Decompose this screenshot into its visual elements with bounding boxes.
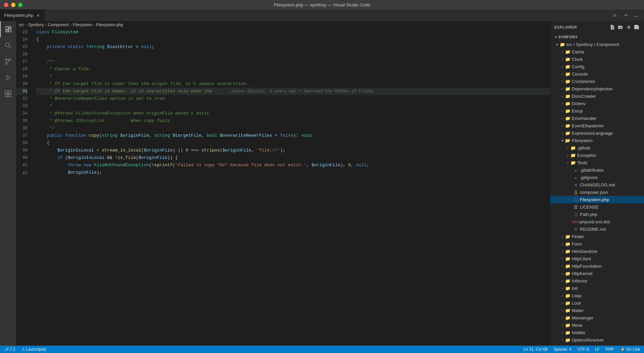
new-folder-button[interactable]	[617, 24, 624, 31]
search-icon[interactable]	[0, 37, 16, 53]
folder-icon-notifier: 📁	[565, 330, 570, 335]
tree-item-phpunit[interactable]: › ≺/≻ phpunit.xml.dist	[550, 218, 644, 225]
encoding-status[interactable]: UTF-8	[576, 346, 590, 353]
folder-icon-httpclient: 📁	[565, 256, 570, 261]
window-title: Filesystem.php — symfony — Visual Studio…	[274, 2, 370, 7]
tree-item-cache[interactable]: › 📁 Cache	[550, 48, 644, 55]
language-status[interactable]: PHP	[604, 346, 615, 353]
tree-item-emoji[interactable]: › 📁 Emoji	[550, 107, 644, 115]
code-line: * Copies a file.	[36, 65, 550, 73]
tree-item-intl[interactable]: › 📁 Intl	[550, 284, 644, 292]
tree-item-tests[interactable]: › 📁 Tests	[550, 159, 644, 166]
tree-item-composer[interactable]: › {} composer.json	[550, 188, 644, 196]
tree-item-lock[interactable]: › 📁 Lock	[550, 299, 644, 307]
tree-item-config[interactable]: › 📁 Config	[550, 63, 644, 70]
folder-icon-src: 📁	[560, 42, 565, 47]
cursor-position-status[interactable]: Ln 31, Col 68	[522, 346, 549, 353]
tree-item-finder[interactable]: › 📁 Finder	[550, 233, 644, 240]
tree-section-symfony[interactable]: ▾ SYMFONY	[550, 33, 644, 41]
run-button[interactable]: ▷	[610, 10, 620, 20]
svg-rect-12	[8, 91, 11, 93]
breadcrumb-component[interactable]: Component	[48, 23, 69, 27]
tree-item-gitignore[interactable]: › ⬥ .gitignore	[550, 174, 644, 181]
tree-arrow-symfony: ▾	[553, 33, 558, 41]
svg-rect-3	[6, 30, 8, 32]
tree-item-readme[interactable]: › ≡ README.md	[550, 225, 644, 233]
tree-item-inflector[interactable]: › 📁 Inflector	[550, 277, 644, 284]
tree-item-eventdispatcher[interactable]: › 📁 EventDispatcher	[550, 122, 644, 129]
tree-item-src[interactable]: ▾ 📁 src / Symfony / Component	[550, 41, 644, 48]
breadcrumb-filesystem-folder[interactable]: Filesystem	[73, 23, 92, 27]
tree-label-gitignore: .gitignore	[580, 175, 598, 180]
tree-item-filesystem-folder[interactable]: ▾ 📂 Filesystem	[550, 137, 644, 144]
tree-item-license[interactable]: › ☰ LICENSE	[550, 203, 644, 211]
tree-item-htmlsanitizer[interactable]: › 📁 HtmlSanitizer	[550, 248, 644, 255]
tree-item-messenger[interactable]: › 📁 Messenger	[550, 314, 644, 321]
tree-label-clock: Clock	[572, 57, 583, 62]
split-editor-button[interactable]: ⋯	[621, 10, 631, 20]
minimize-button[interactable]	[11, 3, 15, 7]
tree-label-dotenv: Dotenv	[572, 101, 586, 106]
folder-icon-intl: 📁	[565, 285, 570, 291]
tree-item-filesystem-php[interactable]: › ⬡ Filesystem.php	[550, 196, 644, 203]
language-label: PHP	[606, 347, 614, 352]
tree-item-httpkernel[interactable]: › 📁 HttpKernel	[550, 270, 644, 277]
extensions-icon[interactable]	[0, 86, 16, 102]
tree-label-composer: composer.json	[580, 190, 608, 195]
breadcrumb-symfony[interactable]: Symfony	[28, 23, 44, 27]
tree-item-github[interactable]: › 📁 .github	[550, 144, 644, 151]
tree-item-path-php[interactable]: › ⬡ Path.php	[550, 211, 644, 218]
tree-item-errorhandler[interactable]: › 📁 ErrorHandler	[550, 115, 644, 122]
tree-label-config: Config	[572, 64, 585, 69]
folder-icon-form: 📁	[565, 241, 570, 247]
golive-status[interactable]: ⚡ Go Live	[619, 346, 641, 353]
tree-item-httpfoundation[interactable]: › 📁 HttpFoundation	[550, 262, 644, 270]
tree-item-ldap[interactable]: › 📁 Ldap	[550, 292, 644, 299]
svg-line-5	[9, 46, 11, 48]
tree-item-clock[interactable]: › 📁 Clock	[550, 55, 644, 63]
tree-item-mailer[interactable]: › 📁 Mailer	[550, 307, 644, 314]
new-file-button[interactable]	[609, 24, 616, 31]
code-line	[36, 51, 550, 58]
tree-item-exception[interactable]: › 📁 Exception	[550, 151, 644, 159]
tree-item-form[interactable]: › 📁 Form	[550, 240, 644, 248]
tree-label-httpclient: HttpClient	[572, 256, 591, 261]
tree-item-dependencyinjection[interactable]: › 📁 DependencyInjection	[550, 85, 644, 92]
close-button[interactable]	[4, 3, 8, 7]
tree-item-domcrawler[interactable]: › 📁 DomCrawler	[550, 92, 644, 100]
tree-item-httpclient[interactable]: › 📁 HttpClient	[550, 255, 644, 262]
code-line: *	[36, 102, 550, 110]
maximize-button[interactable]	[18, 3, 23, 7]
git-branch-status[interactable]: ⎇ 7.2	[3, 346, 17, 353]
breadcrumb-filesystem-file: Filesystem.php	[96, 23, 123, 27]
launchpad-status[interactable]: ⚠ Launchpad	[20, 346, 47, 353]
folder-icon-optionsresolver: 📁	[565, 337, 570, 343]
tab-close-button[interactable]: ×	[35, 13, 41, 18]
more-actions-button[interactable]: …	[632, 10, 641, 20]
breadcrumb-src[interactable]: src	[19, 23, 24, 27]
tree-item-gitattributes[interactable]: › ⬥ .gitattributes	[550, 166, 644, 174]
window-controls[interactable]	[4, 3, 23, 7]
tree-item-cssselector[interactable]: › 📁 CssSelector	[550, 78, 644, 85]
refresh-button[interactable]	[625, 24, 632, 31]
editor-tab[interactable]: Filesystem.php ×	[0, 9, 45, 21]
code-content[interactable]: class Filesystem { private static ?strin…	[33, 29, 550, 346]
indentation-status[interactable]: Spaces: 4	[552, 346, 573, 353]
source-control-icon[interactable]	[0, 53, 16, 70]
collapse-all-button[interactable]	[633, 24, 640, 31]
tree-item-console[interactable]: › 📁 Console	[550, 70, 644, 78]
explorer-icon[interactable]	[0, 21, 16, 37]
debug-icon[interactable]	[0, 70, 16, 86]
tree-item-mime[interactable]: › 📁 Mime	[550, 321, 644, 329]
code-editor[interactable]: 23 24 25 26 27 28 29 30 31 32 33 34 35 3…	[16, 29, 550, 346]
eol-status[interactable]: LF	[594, 346, 601, 353]
folder-icon-dotenv: 📁	[565, 101, 570, 106]
file-icon-readme: ≡	[573, 226, 578, 232]
tree-item-notifier[interactable]: › 📁 Notifier	[550, 329, 644, 336]
tree-item-dotenv[interactable]: › 📁 Dotenv	[550, 100, 644, 107]
tree-item-optionsresolver[interactable]: › 📁 OptionsResolver	[550, 336, 644, 344]
tree-view[interactable]: ▾ SYMFONY ▾ 📁 src / Symfony / Component …	[550, 33, 644, 346]
tree-label-cache: Cache	[572, 49, 585, 54]
tree-item-changelog[interactable]: › ≡ CHANGELOG.md	[550, 181, 644, 188]
tree-item-expressionlanguage[interactable]: › 📁 ExpressionLanguage	[550, 129, 644, 137]
